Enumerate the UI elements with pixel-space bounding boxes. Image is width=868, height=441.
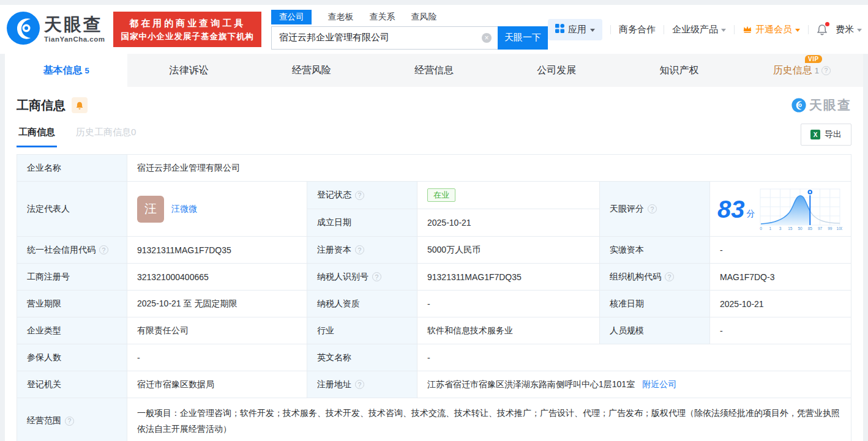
- nav-cooperation[interactable]: 商务合作: [619, 24, 656, 35]
- help-icon[interactable]: ?: [665, 272, 674, 281]
- taxpayer-id-value: 91321311MAG1F7DQ35: [417, 264, 600, 290]
- field-label: 参保人数: [17, 344, 127, 371]
- nav-apps-label: 应用: [568, 24, 586, 35]
- help-icon[interactable]: ?: [648, 204, 657, 213]
- table-row: 统一社会信用代码 ? 91321311MAG1F7DQ35 注册资本 ? 500…: [17, 237, 851, 264]
- tab-label: 公司发展: [537, 64, 576, 77]
- notification-dot: [825, 22, 829, 26]
- field-label: 成立日期: [307, 209, 417, 236]
- field-label-with-help: 经营范围 ?: [17, 398, 127, 441]
- nav-divider: [808, 25, 809, 34]
- search-tab-relation[interactable]: 查关系: [369, 10, 395, 24]
- insured-count-value: -: [127, 344, 307, 371]
- table-row: 营业期限 2025-10-21 至 无固定期限 纳税人资质 - 核准日期 202…: [17, 291, 851, 317]
- help-icon[interactable]: ?: [355, 380, 364, 389]
- tab-basic-info[interactable]: 基本信息 5: [5, 54, 127, 87]
- tab-label: 经营信息: [414, 64, 454, 77]
- search-input[interactable]: [271, 26, 498, 50]
- export-button[interactable]: X 导出: [801, 124, 851, 146]
- tab-intellectual-property[interactable]: 知识产权: [618, 54, 740, 87]
- logo-title: 天眼查: [44, 16, 105, 34]
- status-badge: 在业: [427, 188, 455, 202]
- reg-address-value: 江苏省宿迁市宿豫区洪泽湖东路南侧呼叫中心1层101室: [427, 379, 635, 390]
- field-label: 人员规模: [600, 317, 710, 344]
- export-label: 导出: [825, 129, 842, 140]
- legal-rep-link[interactable]: 汪微微: [171, 204, 197, 215]
- field-label-with-help: 纳税人识别号 ?: [307, 264, 417, 290]
- tab-history-info[interactable]: 历史信息 VIP 1 ?: [741, 54, 863, 87]
- field-label: 法定代表人: [17, 182, 127, 236]
- promo-banner: 都在用的商业查询工具 国家中小企业发展子基金旗下机构: [113, 12, 261, 47]
- org-code-value: MAG1F7DQ-3: [710, 264, 851, 290]
- help-icon[interactable]: ?: [99, 245, 108, 254]
- reg-address-cell: 江苏省宿迁市宿豫区洪泽湖东路南侧呼叫中心1层101室 附近公司: [417, 371, 851, 398]
- nav-divider: [734, 25, 735, 34]
- reg-capital-value: 5000万人民币: [417, 237, 600, 263]
- chevron-down-icon: [857, 29, 862, 32]
- tab-company-development[interactable]: 公司发展: [495, 54, 618, 87]
- tab-label: 经营风险: [292, 64, 331, 77]
- chevron-down-icon: [795, 29, 800, 32]
- tab-count: 5: [85, 66, 89, 75]
- help-icon[interactable]: ?: [65, 417, 74, 426]
- tab-business-info[interactable]: 经营信息: [373, 54, 495, 87]
- tab-label: 历史信息: [773, 65, 812, 75]
- nearby-companies-link[interactable]: 附近公司: [642, 379, 676, 390]
- field-label-with-help: 登记状态 ?: [307, 182, 417, 209]
- help-icon[interactable]: ?: [355, 245, 364, 254]
- notifications-bell-icon[interactable]: [817, 24, 828, 35]
- english-name-value: -: [417, 344, 851, 371]
- field-label: 经营范围: [27, 415, 61, 426]
- subtab-current-registration[interactable]: 工商信息: [17, 127, 57, 147]
- nav-enterprise[interactable]: 企业级产品: [672, 24, 726, 35]
- table-row: 工商注册号 321321000400665 纳税人识别号 ? 91321311M…: [17, 264, 851, 291]
- field-label: 营业期限: [17, 291, 127, 317]
- tyc-score-cell: 83 分: [710, 182, 851, 236]
- table-row: 企业名称 宿迁云邦企业管理有限公司: [17, 155, 851, 182]
- tab-legal-proceedings[interactable]: 法律诉讼: [127, 54, 250, 87]
- paid-capital-value: -: [710, 237, 851, 263]
- nav-user[interactable]: 费米: [836, 24, 862, 35]
- search-block: 查公司 查老板 查关系 查风险 × 天眼一下: [271, 10, 548, 50]
- search-tab-company[interactable]: 查公司: [271, 10, 312, 24]
- search-tab-risk[interactable]: 查风险: [411, 10, 436, 24]
- tab-operational-risk[interactable]: 经营风险: [250, 54, 373, 87]
- subtab-history-registration[interactable]: 历史工商信息0: [74, 127, 138, 147]
- section-title: 工商信息: [17, 97, 65, 114]
- field-label: 统一社会信用代码: [27, 245, 95, 256]
- field-label: 英文名称: [307, 344, 417, 371]
- nav-open-vip[interactable]: 开通会员: [743, 24, 800, 35]
- watermark-swirl-icon: [791, 98, 806, 113]
- clear-input-icon[interactable]: ×: [482, 33, 492, 43]
- svg-text:15: 15: [788, 226, 793, 231]
- nav-apps[interactable]: 应用: [548, 19, 602, 40]
- tianyancha-logo[interactable]: 天眼查 TianYanCha.com: [6, 11, 105, 48]
- field-label: 注册地址: [317, 379, 351, 390]
- credit-code-value: 91321311MAG1F7DQ35: [127, 237, 307, 263]
- logo-swirl-icon: [6, 11, 40, 48]
- table-row: 参保人数 - 英文名称 -: [17, 344, 851, 371]
- search-tabs: 查公司 查老板 查关系 查风险: [271, 10, 548, 24]
- field-label-with-help: 组织机构代码 ?: [600, 264, 710, 290]
- field-label: 纳税人资质: [307, 291, 417, 317]
- help-icon[interactable]: ?: [372, 272, 381, 281]
- field-label: 核准日期: [600, 291, 710, 317]
- monitor-bell-icon[interactable]: [72, 97, 88, 113]
- tab-label: 法律诉讼: [169, 64, 208, 77]
- search-tab-boss[interactable]: 查老板: [327, 10, 353, 24]
- legal-rep-cell: 汪 汪微微: [127, 182, 307, 236]
- nav-divider: [664, 25, 664, 34]
- field-label: 登记机关: [17, 371, 127, 398]
- nav-vip-label: 开通会员: [755, 24, 792, 35]
- vip-badge: VIP: [805, 55, 822, 63]
- search-button[interactable]: 天眼一下: [498, 26, 548, 50]
- banner-line2: 国家中小企业发展子基金旗下机构: [121, 31, 254, 43]
- help-icon[interactable]: ?: [821, 66, 831, 75]
- field-label: 实缴资本: [600, 237, 710, 263]
- taxpayer-quali-value: -: [417, 291, 600, 317]
- reg-status-cell: 在业: [417, 182, 599, 209]
- svg-text:3: 3: [779, 226, 781, 231]
- help-icon[interactable]: ?: [355, 191, 364, 200]
- approval-date-value: 2025-10-21: [710, 291, 851, 317]
- field-label: 组织机构代码: [610, 272, 661, 283]
